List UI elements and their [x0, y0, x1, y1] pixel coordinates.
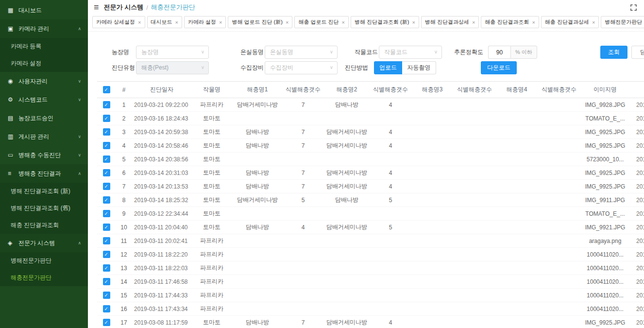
tab-label: 해충 진단결과조회 [485, 18, 529, 26]
crop-name: 토마토 [191, 221, 232, 234]
col-header-image-name: 이미지명 [580, 82, 630, 98]
tab-close-icon[interactable]: × [175, 19, 178, 25]
row-checkbox[interactable] [103, 210, 110, 217]
row-checkbox[interactable] [103, 264, 110, 272]
table-row[interactable]: 8 2019-03-14 18:25:32 토마토 담배거세미나방 5 담배나방… [97, 193, 644, 207]
sidebar-item[interactable]: 대시보드 [0, 1, 88, 19]
tab[interactable]: 해충 진단결과상세 × [541, 16, 599, 28]
table-row[interactable]: 9 2019-03-12 22:34:44 토마토 TOMATO_E_... [97, 207, 644, 221]
tab-close-icon[interactable]: × [342, 19, 345, 25]
table-row[interactable]: 3 2019-03-14 20:59:38 토마토 담배나방 7 담배거세미나방… [97, 125, 644, 139]
row-checkbox[interactable] [103, 319, 110, 326]
row-checkbox[interactable] [103, 101, 110, 108]
table-row[interactable]: 4 2019-03-14 20:58:46 토마토 담배나방 7 담배거세미나방… [97, 139, 644, 153]
tab-close-icon[interactable]: × [286, 19, 288, 25]
tab-close-icon[interactable]: × [412, 19, 415, 25]
sidebar-item[interactable]: 병해충 진단결과 [0, 164, 88, 183]
sidebar-item[interactable]: 사용자관리 [0, 72, 88, 90]
table-row[interactable]: 7 2019-03-14 20:13:53 토마토 담배나방 7 담배거세미나방… [97, 180, 644, 193]
tab[interactable]: 병해 업로드 진단 (新) × [228, 16, 292, 28]
sidebar-item[interactable]: 카메라 설정 [0, 55, 88, 72]
method-auto-button[interactable]: 자동촬영 [402, 61, 436, 74]
row-checkbox[interactable] [103, 115, 110, 122]
row-checkbox[interactable] [103, 128, 110, 136]
tab[interactable]: 카메라 설정 × [184, 16, 226, 28]
row-checkbox[interactable] [103, 224, 110, 231]
row-checkbox[interactable] [103, 155, 110, 163]
table-row[interactable]: 10 2019-03-11 20:04:40 토마토 담배나방 4 담배거세미나… [97, 221, 644, 234]
sidebar-item[interactable]: 카메라 관리 [0, 19, 88, 38]
tab[interactable]: 병해전문가판단 × [601, 16, 644, 28]
tab[interactable]: 대시보드 × [147, 16, 182, 28]
row-checkbox[interactable] [103, 305, 110, 312]
row-checkbox[interactable] [103, 169, 110, 176]
table-row[interactable]: 11 2019-03-11 20:02:41 파프리카 aragaya.pn [97, 234, 644, 248]
row-checkbox[interactable] [103, 142, 110, 149]
row-checkbox[interactable] [103, 196, 110, 204]
filter-actions: 조회 닫기 [600, 46, 644, 59]
pest-count-3 [454, 302, 495, 316]
registered-date: 2018 [630, 316, 644, 328]
sidebar-item[interactable]: 카메라 등록 [0, 38, 88, 55]
search-button[interactable]: 조회 [600, 46, 627, 59]
sidebar-item[interactable]: 병해전문가판단 [0, 252, 88, 269]
table-row[interactable]: 14 2019-03-11 17:46:58 파프리카 1000411020 [97, 275, 644, 289]
tab[interactable]: 해충 업로드 진단 × [294, 16, 349, 28]
device-select[interactable]: 수집장비 [265, 61, 338, 74]
greenhouse-label: 온실동명 [240, 48, 265, 56]
tab-close-icon[interactable]: × [219, 19, 222, 25]
pest-name-4 [495, 193, 538, 207]
crop-name: 파프리카 [191, 289, 232, 302]
accuracy-input[interactable] [488, 46, 510, 59]
table-row[interactable]: 12 2019-03-11 18:22:20 파프리카 1000411020 [97, 248, 644, 261]
tab[interactable]: 카메라 상세설정 × [92, 16, 145, 28]
farm-name-value: 농장명 [141, 48, 159, 56]
greenhouse-select[interactable]: 온실동명 [265, 46, 338, 59]
image-name: IMG_9925.JPG [580, 316, 630, 328]
pest-count-1: 7 [283, 139, 323, 153]
table-row[interactable]: 17 2019-03-08 11:17:59 토마토 담배나방 7 담배거세미나… [97, 316, 644, 328]
method-upload-button[interactable]: 업로드 [374, 61, 402, 74]
table-row[interactable]: 13 2019-03-11 18:22:03 파프리카 1000411020 [97, 261, 644, 275]
tab-close-icon[interactable]: × [592, 19, 595, 25]
diagnosis-type-select[interactable]: 해충(Pest) [136, 61, 209, 74]
table-row[interactable]: 5 2019-03-14 20:38:56 토마토 5723000_10.. [97, 153, 644, 166]
menu-icon[interactable]: ≡ [94, 3, 99, 12]
sidebar-item[interactable]: 병해 진단결과조회 (新) [0, 183, 88, 200]
farm-name-select[interactable]: 농장명 [136, 46, 209, 59]
pest-count-1 [283, 112, 323, 125]
tab-close-icon[interactable]: × [138, 19, 141, 25]
table-row[interactable]: 1 2019-03-21 09:22:00 파프리카 담배거세미나방 7 담배나… [97, 98, 644, 112]
crop-code-select[interactable]: 작물코드 [379, 46, 442, 59]
sidebar-item[interactable]: 시스템코드 [0, 90, 88, 109]
select-all-checkbox[interactable] [103, 86, 110, 93]
table-row[interactable]: 16 2019-03-11 17:43:34 파프리카 1000411020 [97, 302, 644, 316]
row-checkbox[interactable] [103, 292, 110, 299]
sidebar-item[interactable]: 병해충 수동진단 [0, 146, 88, 164]
download-button[interactable]: 다운로드 [481, 61, 517, 74]
registered-date: 2019 [630, 275, 644, 289]
tab[interactable]: 병해 진단결과조회 (新) × [351, 16, 419, 28]
table-row[interactable]: 15 2019-03-11 17:44:33 파프리카 1000411020 [97, 289, 644, 302]
tab-close-icon[interactable]: × [532, 19, 535, 25]
pest-name-1 [232, 153, 283, 166]
fullscreen-icon[interactable] [630, 4, 637, 11]
pest-name-1: 담배나방 [232, 316, 283, 328]
sidebar-item[interactable]: 게시판 관리 [0, 127, 88, 146]
table-row[interactable]: 6 2019-03-14 20:31:03 토마토 담배나방 7 담배거세미나방… [97, 166, 644, 180]
sidebar-item[interactable]: 농장코드승인 [0, 109, 88, 127]
chevron-icon [78, 97, 81, 102]
tab-close-icon[interactable]: × [472, 19, 475, 25]
sidebar-item[interactable]: 해충전문가판단 [0, 269, 88, 286]
tab[interactable]: 병해 진단결과상세 × [421, 16, 479, 28]
tab[interactable]: 해충 진단결과조회 × [481, 16, 539, 28]
table-row[interactable]: 2 2019-03-16 18:24:43 토마토 TOMATO_E_... [97, 112, 644, 125]
sidebar-item[interactable]: 전문가 시스템 [0, 234, 88, 252]
row-checkbox[interactable] [103, 183, 110, 190]
close-button[interactable]: 닫기 [631, 46, 644, 59]
row-checkbox[interactable] [103, 237, 110, 244]
sidebar-item[interactable]: 해충 진단결과조회 [0, 217, 88, 234]
sidebar-item[interactable]: 병해 진단결과조회 (舊) [0, 200, 88, 217]
row-checkbox[interactable] [103, 278, 110, 285]
row-checkbox[interactable] [103, 251, 110, 258]
